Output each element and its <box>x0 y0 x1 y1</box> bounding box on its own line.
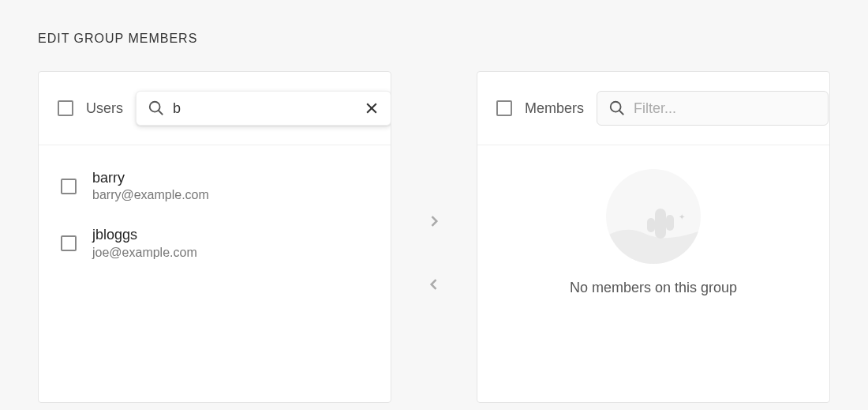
members-panel-label: Members <box>525 100 584 117</box>
move-left-button[interactable] <box>421 272 447 297</box>
empty-illustration: ✦ <box>606 169 701 264</box>
users-panel-header: Users <box>39 72 391 145</box>
user-checkbox[interactable] <box>61 179 77 194</box>
user-email: barry@example.com <box>92 187 209 204</box>
users-select-all-checkbox[interactable] <box>58 100 73 116</box>
users-search-box[interactable] <box>136 91 391 126</box>
members-panel: Members ✦ <box>477 71 830 403</box>
transfer-controls <box>391 71 477 403</box>
svg-point-4 <box>611 102 621 112</box>
users-panel: Users <box>38 71 391 403</box>
move-right-button[interactable] <box>421 209 447 234</box>
users-list: barry barry@example.com jbloggs joe@exam… <box>39 145 391 402</box>
svg-line-5 <box>619 111 624 115</box>
search-icon <box>608 100 626 117</box>
close-icon <box>364 100 380 116</box>
svg-point-0 <box>150 102 160 112</box>
members-empty-state: ✦ No members on this group <box>477 145 829 402</box>
user-name: barry <box>92 169 209 187</box>
list-item[interactable]: jbloggs joe@example.com <box>39 215 391 272</box>
cactus-icon: ✦ <box>606 169 701 264</box>
user-email: joe@example.com <box>92 245 197 261</box>
members-select-all-checkbox[interactable] <box>496 100 512 116</box>
user-name: jbloggs <box>92 226 197 244</box>
members-panel-header: Members <box>477 72 829 145</box>
users-panel-label: Users <box>86 100 123 117</box>
user-checkbox[interactable] <box>61 235 77 251</box>
transfer-columns: Users <box>38 71 830 403</box>
svg-text:✦: ✦ <box>679 213 685 221</box>
chevron-right-icon <box>426 213 442 229</box>
clear-search-button[interactable] <box>364 100 380 116</box>
svg-rect-7 <box>647 218 655 232</box>
search-icon <box>148 100 165 117</box>
empty-text: No members on this group <box>570 280 737 296</box>
users-search-input[interactable] <box>173 100 356 117</box>
members-search-box[interactable] <box>597 91 829 126</box>
members-search-input[interactable] <box>634 100 817 117</box>
svg-rect-8 <box>666 215 674 231</box>
svg-line-1 <box>159 111 163 115</box>
list-item[interactable]: barry barry@example.com <box>39 158 391 215</box>
svg-rect-6 <box>655 209 666 239</box>
chevron-left-icon <box>426 276 442 292</box>
page-title: EDIT GROUP MEMBERS <box>38 32 830 46</box>
